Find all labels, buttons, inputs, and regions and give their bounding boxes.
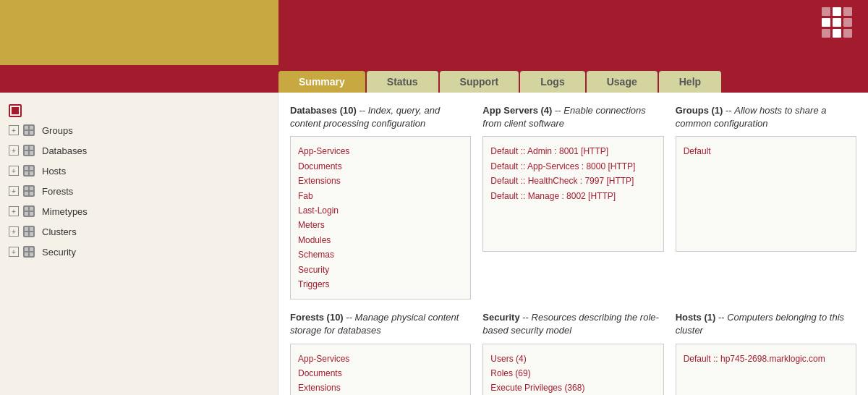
logo-sq-9 [843,29,852,38]
nav-tab-usage[interactable]: Usage [587,71,658,93]
content-grid-row1: Databases (10) -- Index, query, and cont… [290,104,856,300]
list-item[interactable]: Fab [298,189,463,203]
list-item[interactable]: Schemas [298,247,463,262]
sidebar-item-label: Forests [42,186,73,197]
section-box: App-ServicesDocumentsExtensionsFabLast-L… [290,344,471,395]
svg-rect-34 [30,252,33,256]
header-left [0,0,278,65]
list-item[interactable]: Users (4) [490,352,655,366]
expand-btn[interactable]: + [9,166,19,176]
list-item[interactable]: Security [298,263,463,277]
sidebar-item-hosts[interactable]: +Hosts [0,161,278,181]
list-item[interactable]: Documents [298,159,463,174]
sidebar-item-groups[interactable]: +Groups [0,120,278,140]
svg-rect-33 [25,252,28,256]
expand-btn[interactable]: + [9,206,19,216]
sidebar-db-icon [22,143,36,158]
sidebar-db-icon [22,123,36,137]
expand-btn[interactable]: + [9,247,19,257]
content-area: Databases (10) -- Index, query, and cont… [278,93,868,395]
svg-rect-24 [30,212,33,216]
svg-rect-31 [25,247,28,251]
content-grid-row2: Forests (10) -- Manage physical content … [290,311,856,395]
sidebar-item-label: Mimetypes [42,206,88,217]
svg-rect-13 [25,171,28,175]
list-item[interactable]: Meters [298,218,463,232]
svg-rect-7 [30,146,33,150]
sidebar-db-icon [22,245,36,259]
logo-sq-8 [833,29,841,38]
sidebar-item-databases[interactable]: +Databases [0,140,278,161]
logo-squares [822,7,852,38]
list-item[interactable]: Modules [298,233,463,247]
logo-sq-4 [822,18,830,27]
list-item[interactable]: Triggers [298,277,463,292]
list-item[interactable]: Default :: Manage : 8002 [HTTP] [490,189,655,203]
nav-tab-support[interactable]: Support [440,71,519,93]
content-section: App Servers (4) -- Enable connections fr… [482,104,663,300]
nav-tab-status[interactable]: Status [367,71,438,93]
list-item[interactable]: Default :: hp745-2698.marklogic.com [684,352,848,366]
svg-rect-22 [30,207,33,211]
expand-btn[interactable]: + [9,226,19,237]
list-item[interactable]: Documents [298,366,463,381]
content-section: Security -- Resources describing the rol… [482,311,663,395]
nav-tab-logs[interactable]: Logs [520,71,584,93]
svg-rect-12 [30,166,33,170]
list-item[interactable]: Default :: HealthCheck : 7997 [HTTP] [490,174,655,188]
section-title: Hosts (1) -- Computers belonging to this… [676,311,856,337]
sidebar-item-mimetypes[interactable]: +Mimetypes [0,201,278,221]
configure-icon [9,104,22,117]
svg-rect-28 [25,232,28,236]
sidebar-item-clusters[interactable]: +Clusters [0,221,278,242]
list-item[interactable]: App-Services [298,352,463,366]
section-box: Default [676,136,856,252]
list-item[interactable]: Extensions [298,381,463,395]
logo-sq-6 [843,18,852,27]
expand-btn[interactable]: + [9,125,19,135]
svg-rect-14 [30,171,33,175]
logo-sq-2 [833,7,841,16]
list-item[interactable]: Default :: App-Services : 8000 [HTTP] [490,159,655,174]
list-item[interactable]: Execute Privileges (368) [490,381,655,395]
list-item[interactable]: Last-Login [298,203,463,218]
sidebar: +Groups+Databases+Hosts+Forests+Mimetype… [0,93,278,395]
sidebar-item-forests[interactable]: +Forests [0,181,278,201]
expand-btn[interactable]: + [9,145,19,156]
list-item[interactable]: Roles (69) [490,366,655,381]
section-box: Default :: Admin : 8001 [HTTP]Default ::… [482,136,663,252]
list-item[interactable]: Default :: Admin : 8001 [HTTP] [490,144,655,158]
list-item[interactable]: Extensions [298,174,463,188]
content-section: Databases (10) -- Index, query, and cont… [290,104,471,300]
expand-btn[interactable]: + [9,186,19,196]
sidebar-item-label: Hosts [42,166,66,177]
marklogic-logo [822,7,856,38]
svg-rect-18 [25,192,28,195]
content-section: Forests (10) -- Manage physical content … [290,311,471,395]
svg-rect-32 [30,247,33,251]
sidebar-db-icon [22,184,36,198]
logo-sq-3 [843,7,852,16]
svg-rect-9 [30,151,33,155]
sidebar-item-configure[interactable] [0,101,278,120]
logo-sq-7 [822,29,830,38]
nav-tab-help[interactable]: Help [659,71,721,93]
sidebar-item-label: Security [42,247,76,258]
sidebar-item-security[interactable]: +Security [0,242,278,262]
content-section: Hosts (1) -- Computers belonging to this… [676,311,856,395]
sidebar-db-icon [22,224,36,239]
svg-rect-27 [30,227,33,231]
nav-tabs: SummaryStatusSupportLogsUsageHelp [0,65,868,93]
nav-tab-summary[interactable]: Summary [278,71,365,93]
sidebar-db-icon [22,163,36,178]
list-item[interactable]: App-Services [298,144,463,158]
header-right [278,0,868,65]
svg-rect-4 [30,131,33,135]
section-box: Users (4)Roles (69)Execute Privileges (3… [482,344,663,395]
svg-rect-23 [25,212,28,216]
sidebar-db-icon [22,204,36,218]
svg-rect-19 [30,192,33,195]
list-item[interactable]: Default [684,144,848,158]
svg-rect-21 [25,207,28,211]
configure-icon-inner [12,107,19,114]
